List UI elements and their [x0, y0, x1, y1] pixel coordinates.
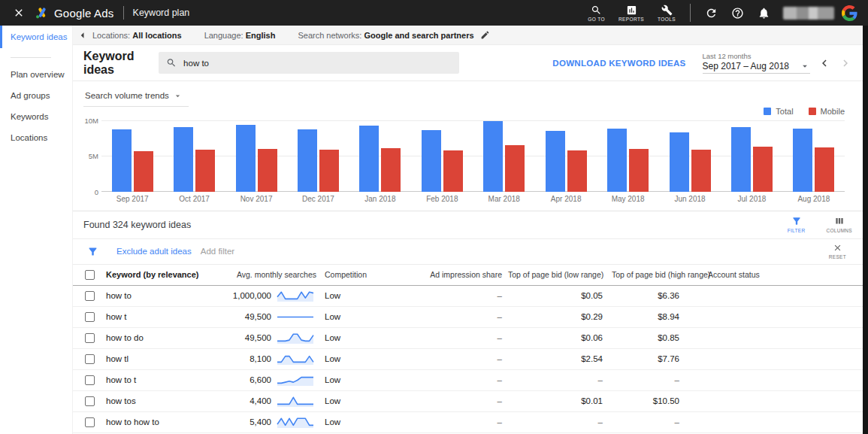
row-checkbox[interactable] — [85, 291, 95, 301]
column-header-keyword[interactable]: Keyword (by relevance) — [106, 270, 219, 279]
row-checkbox[interactable] — [85, 417, 95, 427]
bid-low-cell: – — [508, 375, 612, 384]
chart-bar-mobile — [134, 151, 153, 191]
download-keyword-ideas-link[interactable]: DOWNLOAD KEYWORD IDEAS — [552, 59, 685, 68]
add-filter-button[interactable]: Add filter — [201, 247, 234, 256]
chart-bar-mobile — [815, 147, 834, 192]
table-row[interactable]: how to do49,500Low–$0.06$0.85 — [73, 328, 863, 349]
help-icon[interactable] — [731, 7, 744, 20]
competition-cell: Low — [316, 375, 429, 384]
competition-cell: Low — [316, 396, 429, 405]
column-header-ad-impression-share[interactable]: Ad impression share — [429, 270, 508, 279]
search-icon — [166, 57, 177, 68]
chart-bar-total — [483, 121, 503, 191]
bid-high-cell: – — [612, 417, 693, 426]
columns-button[interactable]: COLUMNS — [826, 216, 852, 233]
topbar-divider — [123, 6, 124, 20]
sidebar-item-keyword-ideas[interactable]: Keyword ideas — [0, 26, 72, 48]
networks-setting[interactable]: Search networks: Google and search partn… — [298, 31, 473, 40]
chart-type-select[interactable]: Search volume trends — [83, 90, 189, 107]
brand-name: Google Ads — [54, 7, 114, 20]
bid-high-cell: $8.94 — [612, 312, 693, 321]
chart-bar-total — [546, 131, 565, 192]
table-row[interactable]: how to1,000,000Low–$0.05$6.36 — [73, 286, 863, 307]
sidebar-item-plan-overview[interactable]: Plan overview — [0, 64, 72, 85]
keyword-cell: how tl — [106, 354, 219, 363]
account-name-redacted[interactable] — [783, 7, 834, 20]
select-all-checkbox[interactable] — [85, 270, 95, 280]
row-checkbox[interactable] — [85, 333, 95, 343]
column-header-bid-low[interactable]: Top of page bid (low range) — [508, 270, 612, 279]
bid-high-cell: $6.36 — [612, 291, 693, 300]
row-checkbox[interactable] — [85, 375, 95, 385]
table-row[interactable]: how to t6,600Low––– — [73, 370, 863, 391]
row-checkbox[interactable] — [85, 354, 95, 364]
collapse-panel-arrow-icon[interactable] — [73, 29, 92, 42]
chart-bar-mobile — [195, 150, 215, 191]
tools-button[interactable]: TOOLS — [658, 5, 676, 22]
chart-bar-mobile — [753, 147, 773, 192]
close-icon[interactable] — [8, 7, 30, 19]
keyword-search-input[interactable] — [183, 59, 452, 68]
sidebar-item-keywords[interactable]: Keywords — [0, 106, 72, 127]
bar-group — [721, 120, 782, 192]
chart-bar-mobile — [567, 150, 587, 191]
column-header-avg-monthly-searches[interactable]: Avg. monthly searches — [219, 270, 316, 279]
go-to-button[interactable]: GO TO — [588, 5, 605, 22]
table-row[interactable]: how tos4,400Low–$0.01$10.50 — [73, 391, 863, 412]
vertical-scrollbar[interactable] — [863, 26, 868, 434]
notifications-bell-icon[interactable] — [758, 7, 770, 20]
locations-setting[interactable]: Locations: All locations — [92, 31, 182, 40]
filter-button[interactable]: FILTER — [788, 216, 806, 233]
competition-cell: Low — [316, 291, 429, 300]
table-row[interactable]: how tl8,100Low–$2.54$7.76 — [73, 349, 863, 370]
trend-sparkline — [276, 394, 315, 408]
google-account-avatar[interactable] — [842, 5, 857, 21]
ad-impression-share-cell: – — [429, 354, 508, 363]
page-header: Keyword ideas DOWNLOAD KEYWORD IDEAS Las… — [73, 45, 863, 81]
sidebar-divider — [11, 57, 51, 58]
refresh-icon[interactable] — [705, 7, 718, 20]
table-row[interactable]: how to how to5,400Low––– — [73, 412, 863, 433]
filter-bar: Exclude adult ideas Add filter RESET — [73, 238, 863, 265]
reports-label: REPORTS — [618, 17, 644, 22]
date-range-select[interactable]: Last 12 months Sep 2017 – Aug 2018 — [703, 52, 810, 74]
bar-group — [535, 120, 597, 192]
row-checkbox[interactable] — [85, 396, 95, 406]
chart-bar-total — [236, 125, 256, 191]
language-setting[interactable]: Language: English — [204, 31, 276, 40]
trend-sparkline — [276, 373, 315, 387]
x-tick-label: Sep 2017 — [101, 195, 163, 203]
reset-button[interactable]: RESET — [829, 243, 846, 259]
chart-bar-total — [607, 129, 627, 192]
sidebar-item-ad-groups[interactable]: Ad groups — [0, 85, 72, 106]
bar-group — [349, 120, 411, 192]
page-title: Keyword ideas — [83, 50, 159, 77]
column-header-bid-high[interactable]: Top of page bid (high range) — [612, 270, 693, 279]
ad-impression-share-cell: – — [429, 417, 508, 426]
legend-item-mobile: Mobile — [809, 107, 845, 116]
previous-period-chevron[interactable] — [818, 56, 831, 70]
keyword-cell: how to — [106, 291, 219, 300]
column-header-account-status[interactable]: Account status — [693, 270, 863, 279]
table-row[interactable]: how t49,500Low–$0.29$8.94 — [73, 307, 863, 328]
column-header-competition[interactable]: Competition — [316, 270, 429, 279]
topbar-divider — [690, 4, 691, 22]
date-range-value: Sep 2017 – Aug 2018 — [703, 61, 789, 71]
y-tick-5m: 5M — [83, 152, 98, 160]
edit-pencil-icon[interactable] — [480, 30, 490, 40]
exclude-adult-ideas-filter[interactable]: Exclude adult ideas — [116, 247, 192, 256]
reports-button[interactable]: REPORTS — [618, 5, 644, 22]
sidebar-item-locations[interactable]: Locations — [0, 127, 72, 148]
row-checkbox[interactable] — [85, 312, 95, 322]
competition-cell: Low — [316, 417, 429, 426]
next-period-chevron[interactable] — [839, 56, 852, 70]
keyword-search-box[interactable] — [159, 52, 459, 74]
legend-swatch-mobile — [809, 108, 816, 115]
columns-icon — [834, 216, 845, 226]
plan-context-bar: Locations: All locations Language: Engli… — [73, 26, 863, 45]
bar-chart-plot: 10M 5M 0 — [101, 120, 845, 192]
bar-group — [287, 120, 349, 192]
bar-group — [597, 120, 658, 192]
competition-cell: Low — [316, 333, 429, 342]
